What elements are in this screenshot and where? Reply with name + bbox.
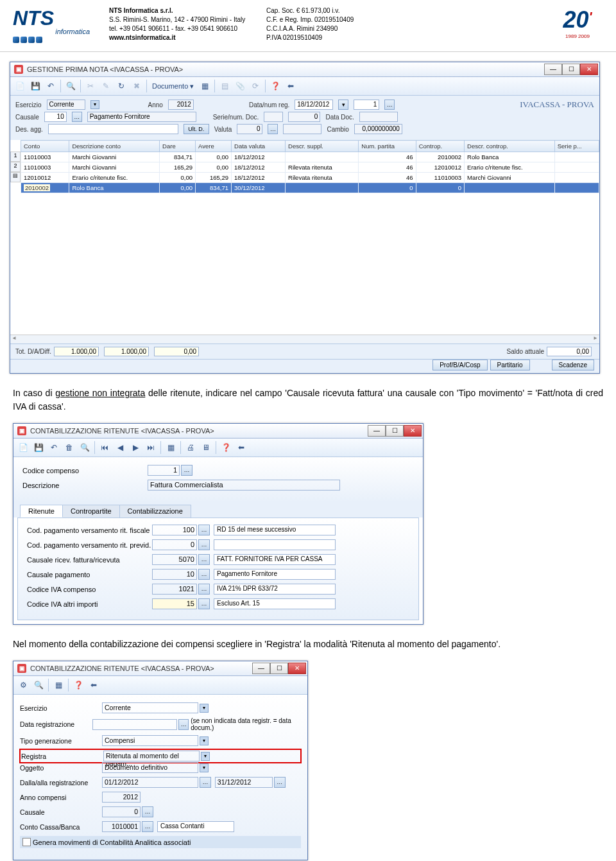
screen-icon[interactable]: 🖥 xyxy=(199,440,213,455)
causale-code[interactable]: 10 xyxy=(44,112,67,122)
lookup-icon[interactable]: … xyxy=(142,806,153,817)
help-icon[interactable]: ❓ xyxy=(268,79,282,93)
exit-icon[interactable]: ⬅ xyxy=(284,79,298,93)
exit-icon[interactable]: ⬅ xyxy=(234,440,248,455)
sync-icon[interactable]: ⟳ xyxy=(248,79,262,93)
field-input[interactable]: Compensi xyxy=(102,735,198,746)
field-input[interactable]: 01/12/2012 xyxy=(102,777,198,788)
scadenze-button[interactable]: Scadenze xyxy=(552,360,594,370)
dropdown-icon[interactable]: ▾ xyxy=(90,100,99,109)
field-input[interactable]: 5070 xyxy=(152,554,197,565)
tab-contropartite[interactable]: Contropartite xyxy=(62,505,120,517)
last-icon[interactable]: ⏭ xyxy=(144,440,158,455)
field-input[interactable]: 1010001 xyxy=(102,821,141,832)
esercizio-field[interactable]: Corrente xyxy=(47,100,85,110)
search-icon[interactable]: 🔍 xyxy=(78,440,92,455)
grid-icon[interactable]: ▦ xyxy=(51,678,65,692)
tool-icon[interactable]: ✎ xyxy=(99,79,113,93)
lookup-icon[interactable]: … xyxy=(198,525,210,535)
dropdown-icon[interactable]: ▾ xyxy=(201,752,210,761)
close-button[interactable]: ✕ xyxy=(288,663,306,674)
lookup-icon[interactable]: … xyxy=(268,124,278,134)
column-header[interactable]: Avere xyxy=(196,141,232,152)
column-header[interactable]: Data valuta xyxy=(232,141,286,152)
next-icon[interactable]: ▶ xyxy=(128,440,142,455)
column-header[interactable]: Conto xyxy=(21,141,69,152)
new-icon[interactable]: 📄 xyxy=(13,79,27,93)
checkbox[interactable] xyxy=(22,838,31,846)
search-icon[interactable]: 🔍 xyxy=(64,79,78,93)
lookup-icon[interactable]: … xyxy=(181,465,193,476)
gear-icon[interactable]: ⚙ xyxy=(16,678,30,692)
column-header[interactable]: Serie p... xyxy=(554,141,599,152)
undo-icon[interactable]: ↶ xyxy=(47,440,61,455)
tab-ritenute[interactable]: Ritenute xyxy=(20,505,63,517)
field-input[interactable]: Corrente xyxy=(102,702,198,713)
tab-contabilizzazione[interactable]: Contabilizzazione xyxy=(119,505,191,517)
lookup-icon[interactable]: … xyxy=(198,598,210,609)
maximize-button[interactable]: ☐ xyxy=(270,663,288,674)
trash-icon[interactable]: 🗑 xyxy=(62,440,76,455)
cut-icon[interactable]: ✂ xyxy=(83,79,98,93)
field-input[interactable] xyxy=(92,719,178,730)
field-input[interactable]: 10 xyxy=(152,569,197,580)
field-input[interactable]: 2012 xyxy=(102,792,141,803)
lookup-icon[interactable]: … xyxy=(72,112,82,122)
ultd-button[interactable]: Ult. D. xyxy=(184,124,209,134)
num-field[interactable]: 1 xyxy=(354,100,379,110)
lookup-icon[interactable]: … xyxy=(198,569,210,580)
delete-icon[interactable]: ✖ xyxy=(130,79,144,93)
lookup-icon[interactable]: … xyxy=(178,719,189,730)
column-header[interactable]: Descr. suppl. xyxy=(286,141,359,152)
save-icon[interactable]: 💾 xyxy=(28,79,42,93)
print-icon[interactable]: 🖨 xyxy=(184,440,198,455)
refresh-icon[interactable]: ↻ xyxy=(114,79,128,93)
search-icon[interactable]: 🔍 xyxy=(31,678,46,692)
descrizione-field[interactable]: Fattura Commercialista xyxy=(148,480,340,491)
column-header[interactable]: Dare xyxy=(160,141,196,152)
minimize-button[interactable]: — xyxy=(368,425,386,437)
field-input[interactable]: 0 xyxy=(102,806,141,817)
grid-icon[interactable]: ▦ xyxy=(164,440,178,455)
lookup-icon[interactable]: … xyxy=(142,821,153,832)
maximize-button[interactable]: ☐ xyxy=(562,64,580,75)
cod-compenso-field[interactable]: 1 xyxy=(148,465,180,476)
undo-icon[interactable]: ↶ xyxy=(44,79,58,93)
dropdown-icon[interactable]: ▾ xyxy=(200,704,209,713)
minimize-button[interactable]: — xyxy=(252,663,270,674)
lookup-icon[interactable]: … xyxy=(198,584,210,595)
lookup-icon[interactable]: … xyxy=(384,100,395,110)
exit-icon[interactable]: ⬅ xyxy=(87,678,101,692)
table-row[interactable]: 2010002Rolo Banca0,00834,7130/12/201200 xyxy=(21,183,599,193)
data-field[interactable]: 18/12/2012 xyxy=(295,100,333,110)
table-row[interactable]: 11010003Marchi Giovanni834,710,0018/12/2… xyxy=(21,152,599,162)
field-input-2[interactable]: 31/12/2012 xyxy=(215,777,273,788)
field-input[interactable]: Ritenuta al momento del pagam... xyxy=(103,751,200,761)
help-icon[interactable]: ❓ xyxy=(71,678,85,692)
help-icon[interactable]: ❓ xyxy=(219,440,233,455)
maximize-button[interactable]: ☐ xyxy=(386,425,404,437)
partitario-button[interactable]: Partitario xyxy=(490,360,530,370)
save-icon[interactable]: 💾 xyxy=(31,440,46,455)
field-input[interactable]: 0 xyxy=(152,539,197,550)
lookup-icon[interactable]: … xyxy=(198,539,210,550)
column-header[interactable]: Descr. controp. xyxy=(465,141,555,152)
dropdown-icon[interactable]: ▾ xyxy=(200,736,209,745)
calendar-icon[interactable]: ▾ xyxy=(338,100,348,110)
minimize-button[interactable]: — xyxy=(544,64,562,75)
field-input[interactable]: Documento definitivo xyxy=(102,762,198,773)
new-icon[interactable]: 📄 xyxy=(16,440,30,455)
table-row[interactable]: 12010012Erario c/ritenute fisc.0,00165,2… xyxy=(21,173,599,183)
lookup-icon[interactable]: … xyxy=(200,777,211,788)
column-header[interactable]: Controp. xyxy=(416,141,464,152)
desagg-field[interactable] xyxy=(48,124,178,134)
lookup-icon[interactable]: … xyxy=(274,777,286,788)
field-input[interactable]: 1021 xyxy=(152,584,197,595)
column-header[interactable]: Num. partita xyxy=(359,141,416,152)
lookup-icon[interactable]: … xyxy=(198,554,210,565)
doc-icon[interactable]: ▤ xyxy=(218,79,232,93)
close-button[interactable]: ✕ xyxy=(580,64,598,75)
document-menu[interactable]: Documento ▾ xyxy=(150,82,196,91)
dropdown-icon[interactable]: ▾ xyxy=(200,763,209,772)
column-header[interactable]: Descrizione conto xyxy=(69,141,160,152)
